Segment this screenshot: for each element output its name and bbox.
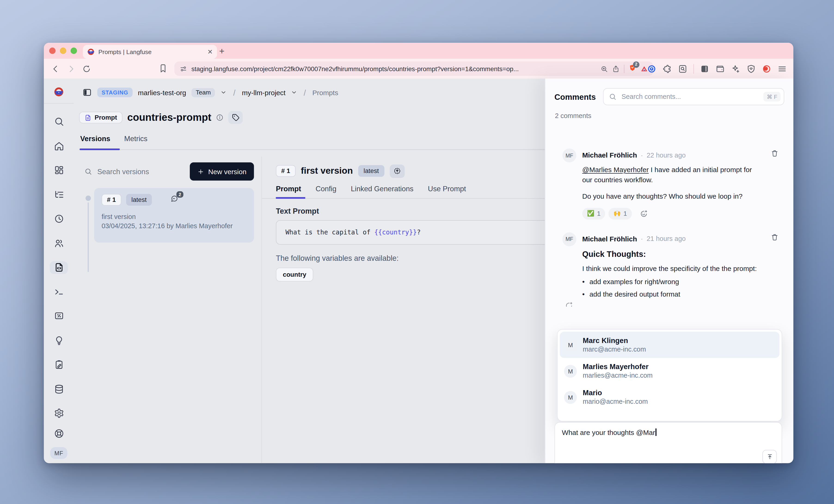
zoom-window-button[interactable] <box>70 48 77 54</box>
minimize-window-button[interactable] <box>60 48 66 54</box>
prompt-text: What is the capital of <box>285 229 374 236</box>
delete-comment-icon[interactable] <box>771 150 778 157</box>
sidebar-item-support[interactable] <box>50 427 68 440</box>
search-icon <box>609 93 616 100</box>
sidebar-toggle-icon[interactable] <box>700 64 709 73</box>
divider <box>694 64 694 73</box>
tab-use-prompt[interactable]: Use Prompt <box>428 185 466 198</box>
mention-option[interactable]: M Marc Klingen marc@acme-inc.com <box>560 332 780 358</box>
mention-option[interactable]: M Mario mario@acme-inc.com <box>560 384 780 410</box>
tab-config[interactable]: Config <box>315 185 336 198</box>
browser-tabstrip: Prompts | Langfuse ✕ + <box>44 43 793 59</box>
detail-version-badge: # 1 <box>276 165 295 177</box>
tab-prompt[interactable]: Prompt <box>276 185 301 198</box>
reaction-emoji: ✅ <box>587 210 594 217</box>
browser-tab[interactable]: Prompts | Langfuse ✕ <box>83 45 217 59</box>
sidebar-item-home[interactable] <box>50 139 68 152</box>
sidebar-item-search[interactable] <box>50 115 68 128</box>
mention-suggestions-dropdown: M Marc Klingen marc@acme-inc.com M Marli… <box>557 329 782 421</box>
breadcrumb-org[interactable]: marlies-test-org <box>138 89 186 96</box>
search-shortcut-badge: ⌘ F <box>764 92 781 101</box>
smile-plus-icon <box>640 210 647 217</box>
comment-text: Do you have any thoughts? Who should we … <box>582 192 778 200</box>
address-bar[interactable]: staging.langfuse.com/project/cm22fk0w700… <box>174 62 653 76</box>
delete-comment-icon[interactable] <box>771 233 778 241</box>
desktop: Prompts | Langfuse ✕ + staging.langfuse.… <box>0 0 834 504</box>
close-window-button[interactable] <box>49 48 56 54</box>
sidebar-item-playground[interactable] <box>50 285 68 298</box>
firewall-icon[interactable] <box>762 64 772 73</box>
comments-indicator[interactable]: 2 <box>171 195 178 205</box>
mention-option[interactable]: M Marlies Mayerhofer marlies@acme-inc.co… <box>560 358 780 384</box>
sidebar-item-evaluation[interactable] <box>50 310 68 322</box>
search-icon <box>53 116 64 127</box>
sidebar-item-sessions[interactable] <box>50 212 68 225</box>
mention-name: Mario <box>583 389 648 397</box>
close-tab-icon[interactable]: ✕ <box>207 48 213 55</box>
brave-shield-button[interactable]: 2 <box>629 64 636 73</box>
sidebar-item-users[interactable] <box>50 237 68 249</box>
user-avatar[interactable]: MF <box>50 447 67 459</box>
sidebar-item-datasets[interactable] <box>50 383 68 395</box>
url-text[interactable]: staging.langfuse.com/project/cm22fk0w700… <box>191 65 596 72</box>
mention-link[interactable]: @Marlies Mayerhofer <box>582 166 649 174</box>
zoom-page-icon[interactable] <box>600 65 608 72</box>
new-version-button[interactable]: New version <box>190 162 254 181</box>
info-icon[interactable] <box>216 114 223 121</box>
versions-search[interactable] <box>81 167 186 176</box>
new-tab-button[interactable]: + <box>219 46 224 56</box>
forward-icon[interactable] <box>66 64 76 73</box>
versions-search-input[interactable] <box>96 167 157 176</box>
reaction-pill[interactable]: ✅ 1 <box>582 208 606 220</box>
comments-search-input[interactable] <box>620 92 759 101</box>
sidebar-item-tracing[interactable] <box>50 188 68 201</box>
sidebar-item-judge[interactable] <box>50 334 68 347</box>
back-icon[interactable] <box>51 64 61 73</box>
comments-search[interactable]: ⌘ F <box>603 88 784 105</box>
menu-hamburger-icon[interactable] <box>777 64 787 73</box>
sidebar-item-dashboards[interactable] <box>50 164 68 177</box>
site-settings-icon[interactable] <box>180 65 187 72</box>
langfuse-logo <box>53 87 65 97</box>
terminal-icon <box>53 287 64 297</box>
tag-button[interactable] <box>228 111 243 124</box>
extensions-puzzle-icon[interactable] <box>662 64 672 73</box>
tab-linked-generations[interactable]: Linked Generations <box>351 185 414 198</box>
detail-latest-badge: latest <box>358 165 385 177</box>
sidebar-item-prompts[interactable] <box>50 261 68 274</box>
vpn-shield-icon[interactable] <box>746 64 756 73</box>
add-reaction-button[interactable] <box>565 302 793 306</box>
chevron-down-icon[interactable] <box>221 89 227 96</box>
chevron-down-icon[interactable] <box>291 89 297 96</box>
version-list-item[interactable]: # 1 latest 2 first version 03/04/2025, 1… <box>94 188 254 243</box>
add-reaction-button[interactable] <box>640 210 647 217</box>
evaluation-icon <box>53 311 64 321</box>
password-manager-icon[interactable] <box>647 64 657 73</box>
reader-mode-icon[interactable] <box>678 64 688 73</box>
panel-left-icon[interactable] <box>82 88 92 97</box>
sidebar-item-settings[interactable] <box>50 407 68 420</box>
mention-email: mario@acme-inc.com <box>583 398 648 405</box>
promote-version-button[interactable] <box>390 164 404 178</box>
tab-versions[interactable]: Versions <box>80 135 110 149</box>
comment-input[interactable]: What are your thoughts @Mar <box>554 422 782 463</box>
active-tab-underline <box>80 148 120 150</box>
divider <box>624 65 624 73</box>
bookmark-icon[interactable] <box>158 64 168 73</box>
lifebuoy-icon <box>53 429 64 439</box>
breadcrumb-project[interactable]: my-llm-project <box>242 89 285 96</box>
tab-metrics[interactable]: Metrics <box>124 135 148 149</box>
submit-comment-button[interactable] <box>762 450 777 463</box>
org-role-badge: Team <box>191 88 215 97</box>
breadcrumb-section[interactable]: Prompts <box>312 89 338 96</box>
share-icon[interactable] <box>612 65 619 72</box>
reload-icon[interactable] <box>82 64 91 73</box>
tab-title: Prompts | Langfuse <box>98 48 204 55</box>
leo-ai-sparkles-icon[interactable] <box>731 64 741 73</box>
wallet-icon[interactable] <box>716 64 725 73</box>
sidebar-item-annotation[interactable] <box>50 359 68 371</box>
latest-badge: latest <box>126 194 152 206</box>
prompts-file-icon <box>53 262 64 273</box>
reaction-pill[interactable]: 🙌 1 <box>609 208 632 220</box>
active-tab-underline <box>276 197 305 199</box>
